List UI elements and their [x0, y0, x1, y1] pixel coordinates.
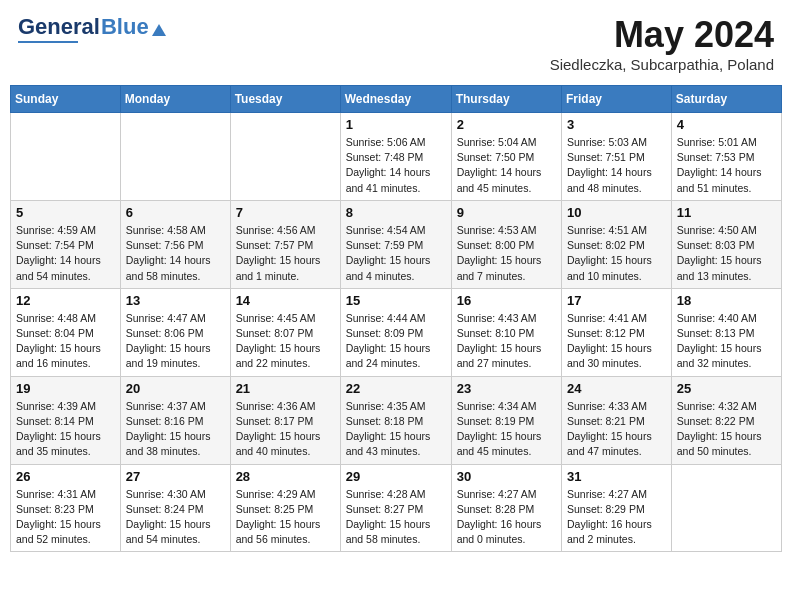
calendar-cell: 14Sunrise: 4:45 AMSunset: 8:07 PMDayligh… — [230, 288, 340, 376]
calendar-cell: 11Sunrise: 4:50 AMSunset: 8:03 PMDayligh… — [671, 200, 781, 288]
logo-text: General Blue — [18, 14, 166, 40]
day-info: Sunrise: 4:29 AMSunset: 8:25 PMDaylight:… — [236, 487, 335, 548]
day-info: Sunrise: 4:35 AMSunset: 8:18 PMDaylight:… — [346, 399, 446, 460]
calendar-cell: 5Sunrise: 4:59 AMSunset: 7:54 PMDaylight… — [11, 200, 121, 288]
calendar-cell: 12Sunrise: 4:48 AMSunset: 8:04 PMDayligh… — [11, 288, 121, 376]
page-header: General Blue May 2024 Siedleczka, Subcar… — [10, 10, 782, 77]
day-info: Sunrise: 4:51 AMSunset: 8:02 PMDaylight:… — [567, 223, 666, 284]
day-info: Sunrise: 4:50 AMSunset: 8:03 PMDaylight:… — [677, 223, 776, 284]
calendar-header-monday: Monday — [120, 86, 230, 113]
day-info: Sunrise: 5:03 AMSunset: 7:51 PMDaylight:… — [567, 135, 666, 196]
day-number: 29 — [346, 469, 446, 484]
calendar-cell: 1Sunrise: 5:06 AMSunset: 7:48 PMDaylight… — [340, 113, 451, 201]
day-info: Sunrise: 4:30 AMSunset: 8:24 PMDaylight:… — [126, 487, 225, 548]
day-number: 25 — [677, 381, 776, 396]
calendar-header-wednesday: Wednesday — [340, 86, 451, 113]
day-info: Sunrise: 4:47 AMSunset: 8:06 PMDaylight:… — [126, 311, 225, 372]
calendar-cell: 4Sunrise: 5:01 AMSunset: 7:53 PMDaylight… — [671, 113, 781, 201]
calendar-cell: 29Sunrise: 4:28 AMSunset: 8:27 PMDayligh… — [340, 464, 451, 552]
day-number: 5 — [16, 205, 115, 220]
day-number: 1 — [346, 117, 446, 132]
day-info: Sunrise: 4:32 AMSunset: 8:22 PMDaylight:… — [677, 399, 776, 460]
calendar-cell: 15Sunrise: 4:44 AMSunset: 8:09 PMDayligh… — [340, 288, 451, 376]
day-info: Sunrise: 4:43 AMSunset: 8:10 PMDaylight:… — [457, 311, 556, 372]
day-info: Sunrise: 4:36 AMSunset: 8:17 PMDaylight:… — [236, 399, 335, 460]
logo-general: General — [18, 14, 100, 40]
day-number: 6 — [126, 205, 225, 220]
day-info: Sunrise: 4:59 AMSunset: 7:54 PMDaylight:… — [16, 223, 115, 284]
logo-blue: Blue — [101, 14, 149, 40]
day-number: 27 — [126, 469, 225, 484]
calendar-header-friday: Friday — [562, 86, 672, 113]
calendar-cell — [230, 113, 340, 201]
calendar-header-thursday: Thursday — [451, 86, 561, 113]
page-subtitle: Siedleczka, Subcarpathia, Poland — [550, 56, 774, 73]
calendar-header-saturday: Saturday — [671, 86, 781, 113]
calendar-cell — [671, 464, 781, 552]
day-number: 10 — [567, 205, 666, 220]
day-number: 7 — [236, 205, 335, 220]
day-number: 11 — [677, 205, 776, 220]
calendar-header-sunday: Sunday — [11, 86, 121, 113]
day-info: Sunrise: 4:54 AMSunset: 7:59 PMDaylight:… — [346, 223, 446, 284]
day-number: 28 — [236, 469, 335, 484]
calendar-cell: 6Sunrise: 4:58 AMSunset: 7:56 PMDaylight… — [120, 200, 230, 288]
day-info: Sunrise: 4:40 AMSunset: 8:13 PMDaylight:… — [677, 311, 776, 372]
day-number: 12 — [16, 293, 115, 308]
day-number: 21 — [236, 381, 335, 396]
day-number: 4 — [677, 117, 776, 132]
day-info: Sunrise: 4:27 AMSunset: 8:28 PMDaylight:… — [457, 487, 556, 548]
day-info: Sunrise: 4:39 AMSunset: 8:14 PMDaylight:… — [16, 399, 115, 460]
calendar-header-row: SundayMondayTuesdayWednesdayThursdayFrid… — [11, 86, 782, 113]
calendar-cell: 19Sunrise: 4:39 AMSunset: 8:14 PMDayligh… — [11, 376, 121, 464]
calendar-cell — [11, 113, 121, 201]
day-number: 3 — [567, 117, 666, 132]
calendar-week-row: 1Sunrise: 5:06 AMSunset: 7:48 PMDaylight… — [11, 113, 782, 201]
calendar-cell: 13Sunrise: 4:47 AMSunset: 8:06 PMDayligh… — [120, 288, 230, 376]
calendar-cell: 20Sunrise: 4:37 AMSunset: 8:16 PMDayligh… — [120, 376, 230, 464]
calendar-table: SundayMondayTuesdayWednesdayThursdayFrid… — [10, 85, 782, 552]
logo-line — [18, 41, 78, 43]
day-number: 8 — [346, 205, 446, 220]
day-info: Sunrise: 5:01 AMSunset: 7:53 PMDaylight:… — [677, 135, 776, 196]
day-info: Sunrise: 4:34 AMSunset: 8:19 PMDaylight:… — [457, 399, 556, 460]
page-title: May 2024 — [550, 14, 774, 56]
calendar-cell: 31Sunrise: 4:27 AMSunset: 8:29 PMDayligh… — [562, 464, 672, 552]
calendar-cell: 23Sunrise: 4:34 AMSunset: 8:19 PMDayligh… — [451, 376, 561, 464]
day-info: Sunrise: 4:53 AMSunset: 8:00 PMDaylight:… — [457, 223, 556, 284]
calendar-header-tuesday: Tuesday — [230, 86, 340, 113]
day-number: 17 — [567, 293, 666, 308]
day-info: Sunrise: 5:04 AMSunset: 7:50 PMDaylight:… — [457, 135, 556, 196]
calendar-cell: 22Sunrise: 4:35 AMSunset: 8:18 PMDayligh… — [340, 376, 451, 464]
calendar-week-row: 26Sunrise: 4:31 AMSunset: 8:23 PMDayligh… — [11, 464, 782, 552]
day-number: 30 — [457, 469, 556, 484]
calendar-week-row: 19Sunrise: 4:39 AMSunset: 8:14 PMDayligh… — [11, 376, 782, 464]
calendar-cell: 30Sunrise: 4:27 AMSunset: 8:28 PMDayligh… — [451, 464, 561, 552]
calendar-week-row: 5Sunrise: 4:59 AMSunset: 7:54 PMDaylight… — [11, 200, 782, 288]
day-info: Sunrise: 4:37 AMSunset: 8:16 PMDaylight:… — [126, 399, 225, 460]
day-info: Sunrise: 4:33 AMSunset: 8:21 PMDaylight:… — [567, 399, 666, 460]
calendar-cell: 10Sunrise: 4:51 AMSunset: 8:02 PMDayligh… — [562, 200, 672, 288]
day-number: 26 — [16, 469, 115, 484]
calendar-cell: 18Sunrise: 4:40 AMSunset: 8:13 PMDayligh… — [671, 288, 781, 376]
logo: General Blue — [18, 14, 166, 43]
calendar-cell: 27Sunrise: 4:30 AMSunset: 8:24 PMDayligh… — [120, 464, 230, 552]
day-number: 22 — [346, 381, 446, 396]
calendar-cell: 8Sunrise: 4:54 AMSunset: 7:59 PMDaylight… — [340, 200, 451, 288]
calendar-cell: 24Sunrise: 4:33 AMSunset: 8:21 PMDayligh… — [562, 376, 672, 464]
day-info: Sunrise: 5:06 AMSunset: 7:48 PMDaylight:… — [346, 135, 446, 196]
day-info: Sunrise: 4:31 AMSunset: 8:23 PMDaylight:… — [16, 487, 115, 548]
logo-triangle-icon — [152, 24, 166, 36]
calendar-cell: 9Sunrise: 4:53 AMSunset: 8:00 PMDaylight… — [451, 200, 561, 288]
day-number: 16 — [457, 293, 556, 308]
calendar-cell — [120, 113, 230, 201]
day-info: Sunrise: 4:58 AMSunset: 7:56 PMDaylight:… — [126, 223, 225, 284]
day-number: 14 — [236, 293, 335, 308]
day-number: 23 — [457, 381, 556, 396]
calendar-cell: 21Sunrise: 4:36 AMSunset: 8:17 PMDayligh… — [230, 376, 340, 464]
day-number: 13 — [126, 293, 225, 308]
title-block: May 2024 Siedleczka, Subcarpathia, Polan… — [550, 14, 774, 73]
calendar-cell: 16Sunrise: 4:43 AMSunset: 8:10 PMDayligh… — [451, 288, 561, 376]
day-number: 24 — [567, 381, 666, 396]
day-number: 19 — [16, 381, 115, 396]
